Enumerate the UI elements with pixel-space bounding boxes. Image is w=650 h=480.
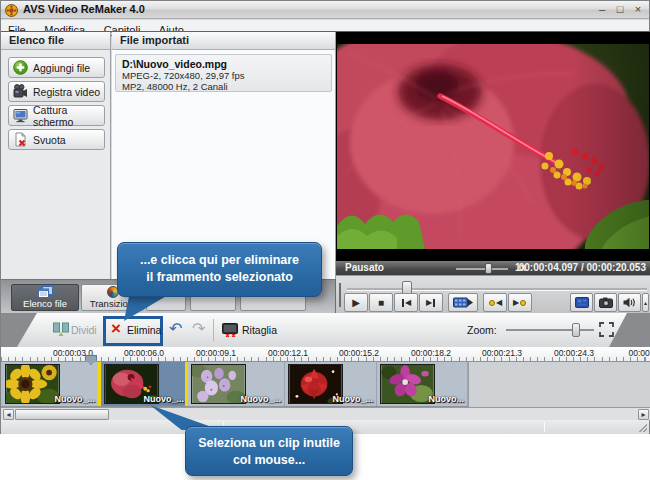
stop-button[interactable]: ■ — [369, 293, 393, 312]
app-window: AVS Video ReMaker 4.0 – □ × File Modific… — [0, 0, 650, 434]
redo-button[interactable]: ↷ — [192, 320, 205, 338]
clip-4[interactable]: Nuovo_... — [285, 362, 377, 406]
callout-select: Seleziona un clip inutile col mouse... — [185, 426, 353, 476]
capture-screen-button[interactable]: Cattura schermo — [8, 105, 105, 126]
zoom-slider-thumb[interactable] — [572, 323, 580, 337]
ruler-label: 00:00:27 — [628, 348, 650, 358]
record-video-button[interactable]: Registra video — [8, 81, 105, 102]
clip-label: Nuovo_... — [240, 394, 281, 404]
clear-icon — [13, 132, 28, 147]
play-button[interactable]: ▶ — [344, 293, 368, 312]
clip-label: Nuovo_... — [143, 394, 184, 404]
camera-icon — [599, 297, 613, 308]
title-bar[interactable]: AVS Video ReMaker 4.0 – □ × — [1, 1, 649, 19]
ruler-label: 00:00:12.1 — [268, 348, 308, 358]
snapshot-button[interactable] — [594, 293, 617, 312]
toolbar-separator — [213, 319, 214, 341]
monitor-icon — [13, 108, 28, 123]
clip-thumbnail-orchid — [380, 364, 435, 404]
file-list-item[interactable]: D:\Nuovo_video.mpg MPEG-2, 720x480, 29,9… — [115, 54, 332, 92]
zoom-slider[interactable] — [506, 329, 594, 331]
stop-icon: ■ — [378, 297, 384, 308]
clip-label: Nuovo_... — [54, 394, 95, 404]
scrollbar-thumb[interactable] — [15, 409, 109, 420]
prev-arrow: ◀ — [405, 298, 411, 307]
trim-icon — [222, 323, 238, 337]
playback-status-bar: Pausato 1x 00:00:04.097 / 00:00:20.053 — [336, 261, 650, 275]
callout-delete-line1: ...e clicca qui per eliminare — [118, 252, 321, 269]
add-file-label: Aggiungi file — [33, 62, 90, 74]
add-file-button[interactable]: Aggiungi file — [8, 57, 105, 78]
next-arrow: ▶ — [426, 298, 432, 307]
selection-border-left — [98, 362, 101, 406]
callout-select-line2: col mouse... — [186, 452, 352, 469]
clip-1[interactable]: Nuovo_... — [3, 362, 99, 406]
clip-3[interactable]: Nuovo_... — [188, 362, 285, 406]
delete-button[interactable]: Elimina — [127, 324, 161, 336]
scroll-right-icon[interactable]: ▸ — [638, 409, 649, 420]
playback-status: Pausato — [345, 262, 384, 273]
zoom-label: Zoom: — [467, 324, 497, 336]
file-list-icon — [38, 286, 53, 298]
marker-next-arrow: ▶ — [513, 298, 519, 307]
callout-delete-line2: il frammento selezionato — [118, 269, 321, 286]
previous-marker-button[interactable]: ◀ — [483, 293, 507, 312]
clip-5[interactable]: Nuovo... — [377, 362, 468, 406]
undo-button[interactable]: ↶ — [169, 320, 182, 338]
marker-prev-arrow: ◀ — [496, 298, 502, 307]
next-frame-icon — [433, 299, 435, 307]
file-actions-panel: Elenco file Aggiungi file Registra video… — [1, 32, 111, 279]
clip-2-selected[interactable]: Nuovo_... — [99, 362, 187, 406]
clear-list-button[interactable]: Svuota — [8, 129, 105, 150]
ruler-label: 00:00:18.2 — [411, 348, 451, 358]
split-button[interactable]: Dividi — [71, 324, 97, 336]
tab-elenco-file[interactable]: Elenco file — [11, 284, 79, 311]
speed-slider-thumb[interactable] — [485, 263, 492, 274]
zoom-fit-icon[interactable] — [599, 322, 614, 337]
volume-button[interactable] — [618, 293, 641, 312]
filmstrip-empty-track — [468, 362, 650, 407]
next-marker-button[interactable]: ▶ — [508, 293, 532, 312]
play-icon: ▶ — [352, 297, 360, 308]
clip-label: Nuovo... — [429, 394, 465, 404]
seek-slider[interactable] — [347, 288, 647, 291]
split-icon — [53, 322, 69, 337]
window-title: AVS Video ReMaker 4.0 — [23, 3, 145, 15]
maximize-button[interactable]: □ — [612, 3, 628, 17]
previous-frame-button[interactable]: ◀ — [394, 293, 418, 312]
file-name: D:\Nuovo_video.mpg — [122, 58, 325, 70]
callout-select-line1: Seleziona un clip inutile — [186, 435, 352, 452]
speed-slider[interactable] — [456, 268, 508, 270]
timeline-ruler[interactable]: 00:00:03.0 00:00:06.0 00:00:09.1 00:00:1… — [1, 347, 650, 362]
splitter-handle[interactable] — [339, 283, 341, 307]
ruler-ticks — [1, 357, 650, 361]
resize-grip[interactable] — [638, 423, 647, 432]
scroll-left-icon[interactable]: ◂ — [3, 409, 14, 420]
file-video-info: MPEG-2, 720x480, 29,97 fps — [122, 70, 325, 81]
speaker-icon — [623, 297, 636, 308]
hibiscus-video-frame — [337, 44, 649, 249]
clip-thumbnail-foxglove — [191, 364, 246, 404]
trim-button[interactable]: Ritaglia — [242, 324, 277, 336]
prev-frame-icon — [402, 299, 404, 307]
capture-screen-label: Cattura schermo — [33, 104, 104, 128]
next-frame-button[interactable]: ▶ — [419, 293, 443, 312]
marker-pin-icon-2 — [520, 300, 526, 306]
close-button[interactable]: × — [630, 3, 646, 17]
screen-icon — [575, 297, 589, 308]
clip-label: Nuovo_... — [332, 394, 373, 404]
timeline-scrollbar[interactable]: ◂ ▸ — [1, 407, 650, 420]
clip-thumbnail-sunflower — [5, 364, 60, 404]
camcorder-icon — [13, 84, 28, 99]
volume-expand-button[interactable]: ▴ — [642, 293, 649, 312]
video-preview[interactable] — [336, 32, 650, 261]
statusbar-divider — [544, 422, 545, 432]
expand-arrow-icon: ▴ — [644, 299, 647, 306]
screen: AVS Video ReMaker 4.0 – □ × File Modific… — [0, 0, 650, 480]
add-icon — [13, 60, 28, 75]
fullscreen-button[interactable] — [570, 293, 593, 312]
play-scene-button[interactable] — [448, 293, 478, 312]
edit-toolbar: Dividi × Elimina ↶ ↷ Ritaglia Zoom: — [1, 313, 650, 347]
filmstrip-play-icon — [453, 297, 473, 308]
minimize-button[interactable]: – — [594, 3, 610, 17]
